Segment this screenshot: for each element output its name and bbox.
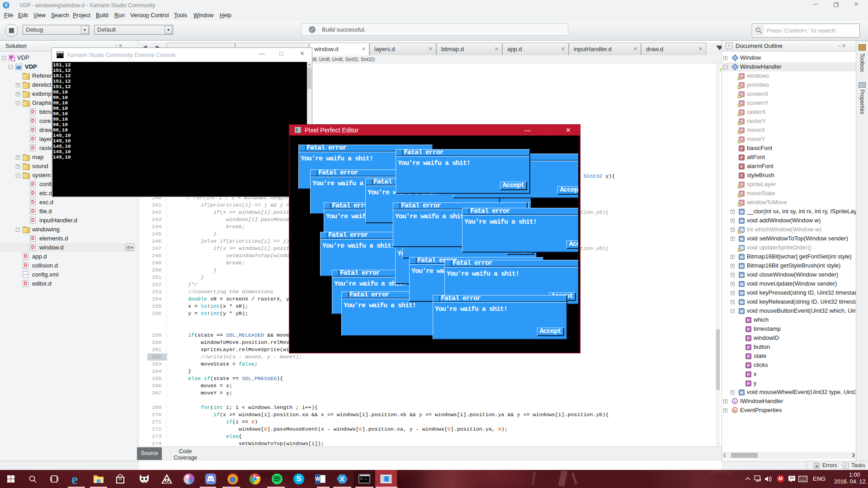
- svg-text:C: C: [734, 56, 737, 60]
- svg-text:X: X: [5, 3, 8, 8]
- svg-text:C: C: [734, 65, 737, 69]
